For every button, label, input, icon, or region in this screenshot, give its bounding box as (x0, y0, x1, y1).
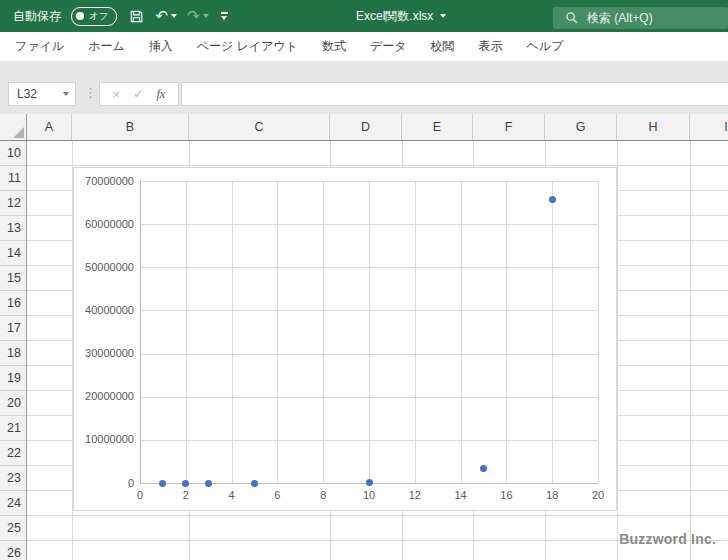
ribbon-tab[interactable]: ホーム (76, 32, 137, 61)
sheet-grid: 1011121314151617181920212223242526 01000… (0, 141, 728, 560)
autosave-toggle[interactable]: オフ (71, 7, 117, 26)
row-headers: 1011121314151617181920212223242526 (0, 141, 27, 560)
cell-reference: L32 (17, 87, 37, 101)
column-headers: ABCDEFGHI (0, 114, 728, 141)
redo-icon: ↷ (187, 9, 200, 24)
excel-window: 自動保存 オフ ↶ ↷ (0, 0, 728, 560)
x-tick-label: 10 (352, 489, 386, 502)
row-header[interactable]: 16 (0, 291, 26, 316)
data-point[interactable] (159, 480, 166, 487)
x-tick-label: 0 (123, 489, 157, 502)
row-header[interactable]: 20 (0, 391, 26, 416)
data-point[interactable] (251, 480, 258, 487)
y-tick-label: 20000000 (78, 390, 134, 403)
chart-gridline-v (598, 181, 599, 483)
chart[interactable]: 0100000002000000030000000400000005000000… (73, 167, 617, 511)
save-icon (129, 9, 144, 24)
row-header[interactable]: 25 (0, 516, 26, 541)
chart-gridline-v (277, 181, 278, 483)
x-tick-label: 14 (444, 489, 478, 502)
row-header[interactable]: 10 (0, 141, 26, 166)
cancel-icon[interactable]: × (113, 87, 121, 102)
undo-button[interactable]: ↶ (155, 9, 177, 24)
document-title: Excel関数.xlsx (356, 8, 433, 25)
row-header[interactable]: 15 (0, 266, 26, 291)
chart-y-axis-line (140, 181, 141, 483)
document-title-button[interactable]: Excel関数.xlsx (356, 0, 446, 32)
row-header[interactable]: 21 (0, 416, 26, 441)
grid-vline (690, 141, 691, 560)
toggle-knob-icon (76, 12, 84, 20)
row-header[interactable]: 23 (0, 466, 26, 491)
insert-function-icon[interactable]: fx (156, 87, 165, 102)
row-header[interactable]: 24 (0, 491, 26, 516)
formula-input[interactable] (181, 82, 728, 106)
customize-quick-access-toolbar-button[interactable] (221, 12, 228, 20)
ribbon-tab[interactable]: ヘルプ (515, 32, 576, 61)
chart-gridline-v (323, 181, 324, 483)
column-header[interactable]: A (27, 114, 72, 140)
column-header[interactable]: F (473, 114, 545, 140)
ribbon-tab[interactable]: ページ レイアウト (185, 32, 310, 61)
chart-gridline-v (232, 181, 233, 483)
y-tick-label: 0 (78, 477, 134, 490)
x-tick-label: 6 (260, 489, 294, 502)
column-header[interactable]: I (690, 114, 728, 140)
x-tick-label: 12 (398, 489, 432, 502)
row-header[interactable]: 13 (0, 216, 26, 241)
ribbon-tab[interactable]: 表示 (467, 32, 515, 61)
search-icon (565, 11, 579, 25)
title-bar: 自動保存 オフ ↶ ↷ (0, 0, 728, 32)
x-tick-label: 4 (215, 489, 249, 502)
column-header[interactable]: C (189, 114, 330, 140)
chart-gridline-v (415, 181, 416, 483)
ribbon-tab[interactable]: 挿入 (137, 32, 185, 61)
autosave-state: オフ (89, 10, 108, 23)
column-header[interactable]: G (545, 114, 617, 140)
formula-bar-drag-handle[interactable]: ⋮ (84, 84, 97, 102)
ribbon-tab[interactable]: データ (358, 32, 419, 61)
redo-dropdown-icon (203, 14, 209, 18)
y-tick-label: 60000000 (78, 218, 134, 231)
ribbon-tab[interactable]: 校閲 (419, 32, 467, 61)
data-point[interactable] (549, 196, 556, 203)
row-header[interactable]: 17 (0, 316, 26, 341)
grid-vline (617, 141, 618, 560)
row-header[interactable]: 26 (0, 541, 26, 560)
ribbon-tab[interactable]: ファイル (3, 32, 76, 61)
row-header[interactable]: 18 (0, 341, 26, 366)
column-header[interactable]: H (617, 114, 690, 140)
row-header[interactable]: 22 (0, 441, 26, 466)
x-tick-label: 8 (306, 489, 340, 502)
row-header[interactable]: 19 (0, 366, 26, 391)
redo-button[interactable]: ↷ (187, 9, 209, 24)
data-point[interactable] (366, 479, 373, 486)
search-box[interactable]: 検索 (Alt+Q) (553, 7, 728, 29)
y-tick-label: 70000000 (78, 175, 134, 188)
data-point[interactable] (480, 465, 487, 472)
data-point[interactable] (182, 480, 189, 487)
save-button[interactable] (127, 7, 145, 25)
column-header[interactable]: B (72, 114, 189, 140)
chart-gridline-v (506, 181, 507, 483)
name-box-dropdown-icon[interactable] (63, 92, 69, 96)
chart-gridline-v (186, 181, 187, 483)
enter-icon[interactable]: ✓ (133, 87, 143, 101)
y-tick-label: 10000000 (78, 433, 134, 446)
row-header[interactable]: 11 (0, 166, 26, 191)
formula-bar-buttons: × ✓ fx (99, 82, 179, 106)
row-header[interactable]: 12 (0, 191, 26, 216)
formula-bar-strip: L32 ⋮ × ✓ fx (0, 62, 728, 114)
column-header[interactable]: E (402, 114, 473, 140)
column-header[interactable]: D (330, 114, 402, 140)
search-placeholder: 検索 (Alt+Q) (587, 10, 653, 27)
x-tick-label: 18 (535, 489, 569, 502)
select-all-button[interactable] (0, 114, 27, 140)
chart-gridline-v (369, 181, 370, 483)
autosave-label: 自動保存 (13, 8, 61, 25)
name-box[interactable]: L32 (8, 82, 76, 106)
row-header[interactable]: 14 (0, 241, 26, 266)
ribbon-tab[interactable]: 数式 (310, 32, 358, 61)
data-point[interactable] (205, 480, 212, 487)
ribbon-tab-bar: ファイルホーム挿入ページ レイアウト数式データ校閲表示ヘルプ (0, 32, 728, 62)
